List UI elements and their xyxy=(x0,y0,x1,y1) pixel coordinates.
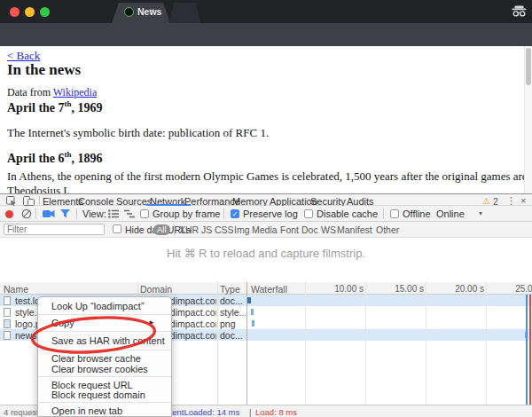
tab-close-icon[interactable]: × xyxy=(149,5,154,16)
request-type: doc... xyxy=(220,295,246,306)
browser-toolbar: ← → ⟳ i Not Secure test.loadimpact.com /… xyxy=(0,23,532,46)
heading-1896-sup: th xyxy=(65,150,72,159)
filter-type-media[interactable]: Media xyxy=(252,224,278,235)
filter-type-all[interactable]: All xyxy=(153,224,170,235)
filter-type-img[interactable]: Img xyxy=(234,224,250,235)
stylesheet-file-icon xyxy=(4,308,11,317)
filter-type-doc[interactable]: Doc xyxy=(301,224,318,235)
browser-tab-bar: News × xyxy=(0,0,532,23)
document-file-icon xyxy=(4,331,11,340)
menu-separator xyxy=(38,376,171,377)
column-divider[interactable] xyxy=(217,282,218,405)
menu-separator xyxy=(38,331,171,332)
request-type: doc... xyxy=(220,330,246,341)
time-label-10s: 10.00 s xyxy=(328,284,364,294)
filter-type-css[interactable]: CSS xyxy=(215,224,234,235)
waterfall-gridline xyxy=(305,282,306,405)
filter-type-ws[interactable]: WS xyxy=(321,224,336,235)
view-waterfall-icon[interactable] xyxy=(124,209,135,218)
body-1896-line1: In Athens, the opening of the first mode… xyxy=(7,169,532,184)
minimize-window-button[interactable] xyxy=(25,7,35,17)
heading-1896: April the 6th, 1896 xyxy=(7,150,103,166)
devtools-tabstrip: Elements Console Sources Network Perform… xyxy=(0,193,532,206)
menu-item-look-up[interactable]: Look Up “loadimpact” xyxy=(51,301,145,311)
devtools-close-icon[interactable]: × xyxy=(520,195,526,206)
offline-label: Offline xyxy=(403,208,431,219)
time-label-15s: 15.00 s xyxy=(388,284,424,294)
col-domain[interactable]: Domain xyxy=(140,284,172,295)
disable-cache-label: Disable cache xyxy=(317,208,378,219)
time-label-25s: 25.00 s xyxy=(509,284,532,294)
request-type: style... xyxy=(220,307,246,318)
view-list-icon[interactable] xyxy=(108,209,119,218)
page-scrollbar-thumb[interactable] xyxy=(526,48,531,85)
capture-screenshots-icon[interactable] xyxy=(43,209,55,218)
heading-1969-suffix: , 1969 xyxy=(72,101,103,114)
filter-icon[interactable] xyxy=(60,209,71,218)
menu-item-clear-cookies[interactable]: Clear browser cookies xyxy=(51,364,148,374)
heading-1896-text: April the 6 xyxy=(7,152,65,165)
record-network-log-icon[interactable] xyxy=(5,210,13,218)
status-separator: | xyxy=(249,407,251,417)
col-waterfall[interactable]: Waterfall xyxy=(251,284,287,295)
preserve-log-checkbox[interactable]: ✓ xyxy=(231,209,239,218)
image-file-icon xyxy=(4,319,11,328)
preserve-log-label: Preserve log xyxy=(243,208,298,219)
menu-item-block-request-domain[interactable]: Block request domain xyxy=(51,389,145,400)
clear-network-log-icon[interactable] xyxy=(21,208,32,219)
filmstrip-hint: Hit ⌘ R to reload and capture filmstrip. xyxy=(0,247,532,260)
waterfall-gridline xyxy=(486,282,487,405)
throttling-select[interactable]: Online xyxy=(436,208,465,219)
menu-item-copy[interactable]: Copy xyxy=(51,318,74,328)
context-menu: Look Up “loadimpact” Copy ► Save as HAR … xyxy=(37,296,172,417)
network-filter-bar: Hide data URLs All XHR JS CSS Img Media … xyxy=(0,222,532,238)
filter-type-xhr[interactable]: XHR xyxy=(179,224,199,235)
device-toolbar-icon[interactable] xyxy=(23,196,35,206)
load-time: Load: 8 ms xyxy=(255,407,297,417)
menu-item-save-as-har[interactable]: Save as HAR with content xyxy=(51,335,165,346)
filter-type-js[interactable]: JS xyxy=(201,224,212,235)
waterfall-gridline xyxy=(426,282,426,405)
zoom-window-button[interactable] xyxy=(40,7,50,17)
request-type: png xyxy=(220,319,246,329)
waterfall-bar xyxy=(247,297,251,303)
waterfall-gridline xyxy=(365,282,366,405)
load-event-line xyxy=(529,295,531,405)
heading-1969: April the 7th, 1969 xyxy=(7,99,103,115)
col-type[interactable]: Type xyxy=(220,284,240,295)
body-1969: The Internet's symbolic birth date: publ… xyxy=(7,126,269,140)
close-window-button[interactable] xyxy=(10,7,20,17)
menu-separator xyxy=(38,402,171,403)
menu-item-clear-cache[interactable]: Clear browser cache xyxy=(51,353,141,364)
warning-icon[interactable]: ⚠ xyxy=(482,196,490,206)
filter-type-font[interactable]: Font xyxy=(280,224,299,235)
site-favicon-icon xyxy=(124,7,134,17)
heading-1896-suffix: , 1896 xyxy=(72,152,103,165)
page-title: In the news xyxy=(7,61,81,79)
menu-separator xyxy=(38,314,171,315)
filter-type-other[interactable]: Other xyxy=(376,224,399,235)
incognito-icon xyxy=(512,5,527,17)
throttling-caret-icon[interactable]: ▾ xyxy=(479,209,482,217)
heading-1969-text: April the 7 xyxy=(7,101,65,114)
waterfall-bar xyxy=(252,320,254,327)
hide-data-urls-checkbox[interactable] xyxy=(113,224,121,233)
new-tab-stub[interactable] xyxy=(168,3,200,23)
filter-input[interactable] xyxy=(4,224,105,235)
filter-type-manifest[interactable]: Manifest xyxy=(337,224,372,235)
group-by-frame-checkbox[interactable] xyxy=(140,209,149,218)
document-file-icon xyxy=(4,296,11,305)
inspect-element-icon[interactable] xyxy=(6,196,17,206)
domcontentloaded-event-line xyxy=(526,295,528,405)
col-name[interactable]: Name xyxy=(4,284,28,295)
menu-separator xyxy=(38,350,171,350)
disable-cache-checkbox[interactable] xyxy=(304,209,313,218)
offline-checkbox[interactable] xyxy=(390,209,399,218)
requests-table-header: Name Domain Type Waterfall 10.00 s 15.00… xyxy=(0,282,532,295)
submenu-arrow-icon: ► xyxy=(148,319,155,327)
source-prefix: Data from xyxy=(7,86,53,98)
heading-1969-sup: th xyxy=(65,99,72,108)
menu-item-open-in-new-tab[interactable]: Open in new tab xyxy=(51,405,122,416)
time-label-20s: 20.00 s xyxy=(449,284,484,294)
wikipedia-link[interactable]: Wikipedia xyxy=(53,86,98,98)
